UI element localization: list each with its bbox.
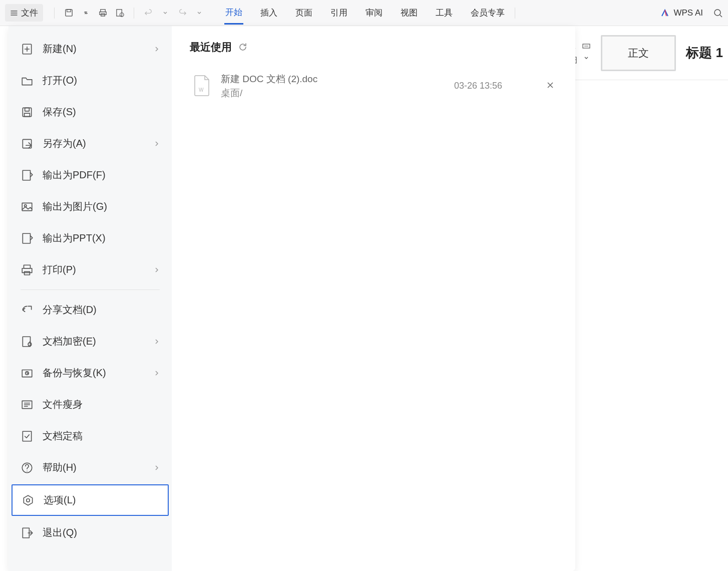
menu-item-label: 另存为(A) bbox=[43, 137, 86, 150]
menu-item-ppt[interactable]: 输出为PPT(X) bbox=[9, 222, 172, 254]
menu-item-label: 输出为PDF(F) bbox=[43, 168, 106, 182]
tab-start[interactable]: 开始 bbox=[224, 2, 243, 25]
recent-file-item[interactable]: W 新建 DOC 文档 (2).doc 桌面/ 03-26 13:56 bbox=[190, 68, 557, 104]
file-time: 03-26 13:56 bbox=[454, 81, 502, 91]
slim-icon bbox=[21, 398, 34, 411]
menu-item-label: 分享文档(D) bbox=[43, 303, 97, 317]
svg-rect-21 bbox=[25, 271, 30, 275]
tab-view[interactable]: 视图 bbox=[400, 2, 419, 24]
menu-item-new[interactable]: 新建(N) bbox=[9, 33, 172, 65]
menu-icon bbox=[10, 9, 18, 17]
menu-item-pdf[interactable]: 输出为PDF(F) bbox=[9, 159, 172, 191]
separator bbox=[515, 8, 515, 19]
refresh-icon[interactable] bbox=[238, 42, 248, 52]
svg-rect-27 bbox=[23, 431, 31, 441]
chevron-right-icon bbox=[154, 465, 160, 471]
tab-page[interactable]: 页面 bbox=[294, 2, 313, 24]
redo-icon[interactable] bbox=[177, 8, 187, 18]
svg-rect-16 bbox=[22, 203, 32, 210]
menu-item-label: 备份与恢复(K) bbox=[43, 366, 106, 380]
exit-icon bbox=[21, 526, 34, 539]
separator bbox=[54, 8, 55, 19]
menu-item-label: 文档加密(E) bbox=[43, 335, 96, 348]
tab-tools[interactable]: 工具 bbox=[435, 2, 454, 24]
svg-rect-19 bbox=[24, 265, 31, 268]
svg-rect-3 bbox=[99, 12, 106, 15]
tab-review[interactable]: 审阅 bbox=[365, 2, 384, 24]
save-icon bbox=[21, 106, 34, 119]
close-icon[interactable] bbox=[546, 81, 555, 90]
chevron-right-icon bbox=[154, 46, 160, 52]
search-icon[interactable] bbox=[713, 8, 723, 18]
pdf-icon bbox=[21, 169, 34, 182]
menu-item-help[interactable]: 帮助(H) bbox=[9, 452, 172, 483]
print-icon[interactable] bbox=[98, 8, 108, 18]
file-menu-button[interactable]: 文件 bbox=[5, 4, 43, 22]
help-icon bbox=[21, 461, 34, 474]
options-icon bbox=[22, 494, 35, 507]
menu-item-save[interactable]: 保存(S) bbox=[9, 96, 172, 128]
style-body[interactable]: 正文 bbox=[601, 35, 676, 71]
save-icon[interactable] bbox=[64, 8, 74, 18]
menu-item-backup[interactable]: 备份与恢复(K) bbox=[9, 357, 172, 389]
ribbon-styles-area: 正文 标题 1 bbox=[562, 26, 728, 80]
chevron-right-icon bbox=[154, 339, 160, 345]
menu-item-label: 打开(O) bbox=[43, 74, 77, 87]
open-icon bbox=[21, 74, 34, 87]
menu-item-encrypt[interactable]: 文档加密(E) bbox=[9, 326, 172, 357]
encrypt-icon bbox=[21, 335, 34, 348]
wps-ai-label: WPS AI bbox=[673, 8, 703, 18]
menu-item-label: 退出(Q) bbox=[43, 526, 77, 539]
svg-point-7 bbox=[714, 10, 720, 16]
svg-point-23 bbox=[28, 343, 31, 346]
redo-dropdown-icon[interactable] bbox=[194, 8, 204, 18]
chevron-down-icon[interactable] bbox=[584, 56, 589, 65]
tab-reference[interactable]: 引用 bbox=[329, 2, 348, 24]
file-meta: 新建 DOC 文档 (2).doc 桌面/ bbox=[221, 72, 445, 100]
tab-member[interactable]: 会员专享 bbox=[470, 2, 506, 24]
svg-rect-12 bbox=[25, 108, 30, 111]
chevron-right-icon bbox=[154, 370, 160, 376]
recent-header: 最近使用 bbox=[190, 40, 557, 54]
separator bbox=[134, 8, 134, 19]
menu-item-image[interactable]: 输出为图片(G) bbox=[9, 191, 172, 222]
recent-title: 最近使用 bbox=[190, 40, 232, 54]
fit-icon[interactable] bbox=[582, 42, 591, 51]
doc-file-icon: W bbox=[192, 74, 212, 97]
backup-icon bbox=[21, 367, 34, 380]
menu-item-saveas[interactable]: 另存为(A) bbox=[9, 128, 172, 159]
menu-item-finalize[interactable]: 文档定稿 bbox=[9, 420, 172, 452]
menu-item-options[interactable]: 选项(L) bbox=[12, 484, 169, 516]
menu-item-print[interactable]: 打印(P) bbox=[9, 254, 172, 286]
file-name: 新建 DOC 文档 (2).doc bbox=[221, 72, 445, 87]
menu-item-share[interactable]: 分享文档(D) bbox=[9, 294, 172, 326]
undo-icon[interactable] bbox=[143, 8, 153, 18]
file-label: 文件 bbox=[21, 7, 38, 19]
wps-ai-button[interactable]: WPS AI bbox=[660, 8, 707, 18]
menu-item-open[interactable]: 打开(O) bbox=[9, 65, 172, 96]
tab-insert[interactable]: 插入 bbox=[259, 2, 278, 24]
menu-item-label: 帮助(H) bbox=[43, 461, 77, 474]
menu-item-label: 输出为PPT(X) bbox=[43, 231, 106, 245]
menu-item-slim[interactable]: 文件瘦身 bbox=[9, 389, 172, 420]
file-side-menu: 新建(N) 打开(O) 保存(S) 另存为(A) 输出为PDF(F) 输出为图片… bbox=[9, 26, 172, 571]
share-icon bbox=[21, 304, 34, 317]
svg-point-30 bbox=[27, 498, 30, 502]
chevron-right-icon bbox=[154, 267, 160, 273]
svg-rect-22 bbox=[23, 337, 30, 347]
menu-item-label: 选项(L) bbox=[44, 493, 76, 507]
print-preview-icon[interactable] bbox=[115, 8, 125, 18]
menu-item-exit[interactable]: 退出(Q) bbox=[9, 517, 172, 548]
menu-item-label: 文件瘦身 bbox=[43, 398, 83, 411]
link-icon[interactable] bbox=[81, 8, 91, 18]
svg-rect-2 bbox=[100, 10, 105, 12]
svg-rect-18 bbox=[23, 233, 30, 243]
toolbar: 文件 开始 插入 页面 引用 审阅 视图 工具 会员专享 WPS AI bbox=[0, 0, 728, 26]
style-heading1[interactable]: 标题 1 bbox=[686, 44, 723, 62]
undo-dropdown-icon[interactable] bbox=[160, 8, 170, 18]
divider bbox=[21, 290, 160, 290]
ribbon-tabs: 开始 插入 页面 引用 审阅 视图 工具 会员专享 bbox=[224, 2, 506, 25]
file-menu-panel: 新建(N) 打开(O) 保存(S) 另存为(A) 输出为PDF(F) 输出为图片… bbox=[9, 26, 575, 571]
svg-rect-0 bbox=[65, 10, 72, 16]
svg-text:W: W bbox=[199, 87, 204, 93]
